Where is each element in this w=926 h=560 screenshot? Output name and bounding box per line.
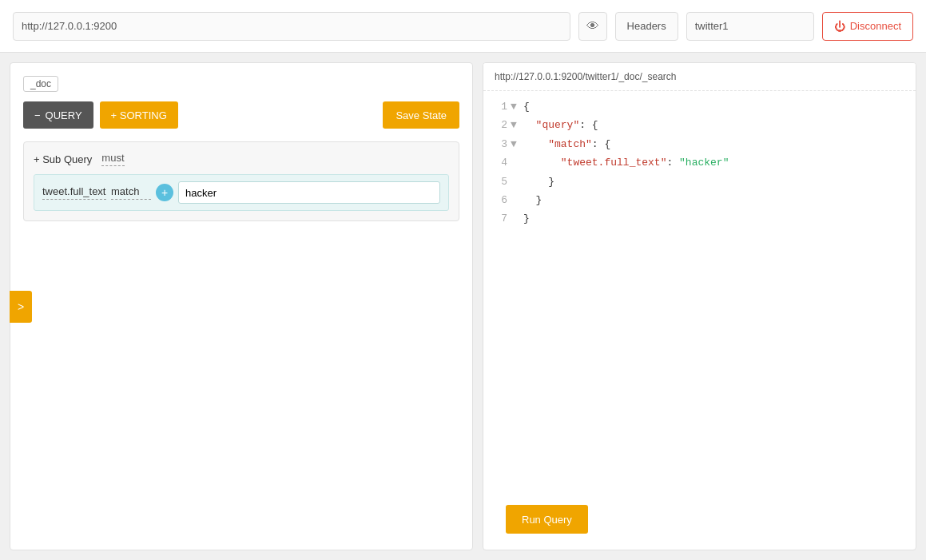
add-subquery-button[interactable]: + Sub Query	[34, 153, 92, 165]
sorting-button[interactable]: + SORTING	[100, 101, 178, 129]
code-line-5: 5 }	[495, 173, 904, 191]
top-bar: http://127.0.0.1:9200 👁 Headers twitter1…	[0, 0, 926, 53]
minus-icon: −	[34, 109, 41, 121]
collapse-panel-button[interactable]: >	[10, 291, 32, 323]
eye-icon: 👁	[586, 19, 599, 34]
code-area: 1 ▼ { 2 ▼ "query": { 3 ▼ "match": {	[483, 91, 916, 296]
left-panel-inner: _doc − QUERY + SORTING Save State	[10, 63, 472, 550]
code-line-1: 1 ▼ {	[495, 97, 904, 116]
code-line-7: 7 }	[495, 209, 904, 228]
left-panel: _doc − QUERY + SORTING Save State	[10, 62, 473, 550]
server-url-input[interactable]: http://127.0.0.1:9200	[13, 12, 570, 41]
add-condition-button[interactable]: +	[156, 184, 173, 201]
left-wrapper: _doc − QUERY + SORTING Save State	[10, 62, 473, 550]
field-selector[interactable]: tweet.full_text	[42, 185, 106, 200]
main-container: _doc − QUERY + SORTING Save State	[0, 53, 926, 560]
code-line-4: 4 "tweet.full_text": "hacker"	[495, 153, 904, 172]
right-panel: http://127.0.0.1:9200/twitter1/_doc/_sea…	[483, 62, 916, 550]
endpoint-url: http://127.0.0.1:9200/twitter1/_doc/_sea…	[483, 63, 916, 91]
index-input[interactable]: twitter1	[686, 12, 814, 41]
query-value-input[interactable]: hacker	[178, 181, 440, 204]
query-button[interactable]: − QUERY	[23, 101, 93, 129]
run-query-button[interactable]: Run Query	[506, 505, 588, 534]
operator-selector[interactable]: match	[111, 185, 151, 200]
eye-button[interactable]: 👁	[578, 12, 607, 41]
disconnect-button[interactable]: ⏻ Disconnect	[822, 12, 913, 41]
code-line-3: 3 ▼ "match": {	[495, 135, 904, 153]
toolbar-row: − QUERY + SORTING Save State	[23, 101, 459, 129]
code-line-2: 2 ▼ "query": {	[495, 116, 904, 134]
type-tag: _doc	[23, 76, 58, 92]
query-row: tweet.full_text match + hacker	[34, 174, 449, 211]
power-icon: ⏻	[834, 20, 845, 33]
headers-button[interactable]: Headers	[615, 12, 678, 41]
subquery-header: + Sub Query must	[34, 152, 449, 166]
save-state-button[interactable]: Save State	[383, 101, 459, 129]
code-line-6: 6 }	[495, 191, 904, 209]
subquery-type: must	[101, 152, 124, 166]
subquery-container: + Sub Query must tweet.full_text match +…	[23, 141, 459, 221]
